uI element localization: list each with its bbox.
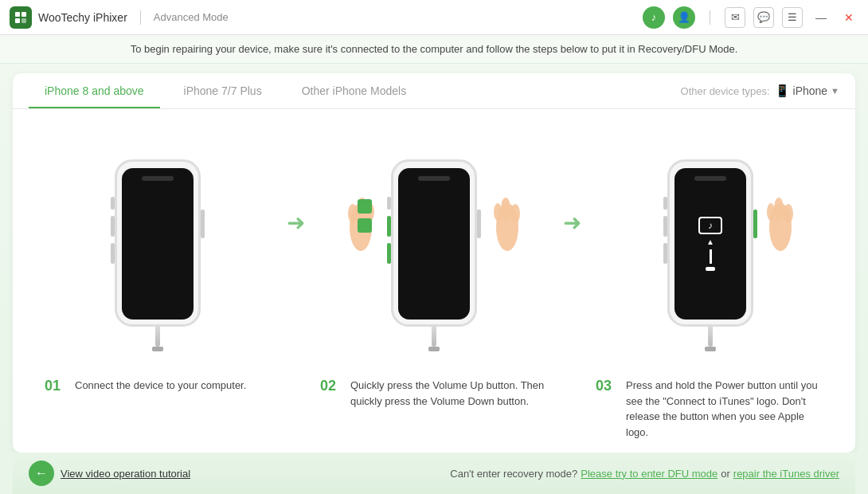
close-btn[interactable]: ✕ xyxy=(839,10,858,25)
steps-area: ➜ xyxy=(13,109,855,368)
music-icon-btn[interactable]: ♪ xyxy=(643,6,665,29)
phone-power-btn xyxy=(201,210,205,238)
tutorial-label: View video operation tutorial xyxy=(61,468,190,480)
step-num-2: 02 xyxy=(320,378,342,394)
svg-rect-1 xyxy=(22,12,26,17)
hand-power-icon xyxy=(764,183,796,255)
notice-bar: To begin repairing your device, make sur… xyxy=(0,35,868,64)
app-logo xyxy=(10,6,32,29)
itunes-icon: ♪ xyxy=(698,217,722,234)
svg-point-9 xyxy=(510,204,520,223)
device-dropdown[interactable]: 📱 iPhone ▼ xyxy=(775,84,839,98)
app-name: WooTechy iPhixer xyxy=(38,11,127,24)
user-icon-btn[interactable]: 👤 xyxy=(673,6,695,29)
title-divider xyxy=(140,10,141,25)
step-text-3: Press and hold the Power button until yo… xyxy=(626,378,823,440)
device-name: iPhone xyxy=(793,84,828,97)
notice-text: To begin repairing your device, make sur… xyxy=(131,43,738,55)
phone-2-wrapper xyxy=(370,151,498,335)
tutorial-btn[interactable]: ← View video operation tutorial xyxy=(29,461,190,486)
mail-btn[interactable]: ✉ xyxy=(725,7,745,28)
phone-3-wrapper: ♪ ▲ xyxy=(647,151,774,335)
phone-cable-2 xyxy=(432,324,436,347)
cant-enter-text: Can't enter recovery mode? xyxy=(450,468,577,480)
menu-btn[interactable]: ☰ xyxy=(782,7,803,28)
tab-other-iphone[interactable]: Other iPhone Models xyxy=(286,73,423,108)
svg-point-5 xyxy=(348,204,358,223)
step-3: ♪ ▲ xyxy=(589,151,831,335)
phone-3-body: ♪ ▲ xyxy=(667,159,753,327)
itunes-link[interactable]: repair the iTunes driver xyxy=(733,468,839,480)
itunes-display: ♪ ▲ xyxy=(674,168,746,320)
step-desc-3: 03 Press and hold the Power button until… xyxy=(588,378,831,440)
main-card: iPhone 8 and above iPhone 7/7 Plus Other… xyxy=(13,73,855,453)
right-divider xyxy=(710,10,710,25)
phone-2-notch xyxy=(418,176,450,181)
phone-2-mute-btn xyxy=(387,197,391,210)
phone-cable-3 xyxy=(708,324,713,347)
chat-btn[interactable]: 💬 xyxy=(753,7,774,28)
minimize-btn[interactable]: — xyxy=(811,10,831,25)
dfu-link[interactable]: Please try to enter DFU mode xyxy=(581,468,717,480)
step-descriptions: 01 Connect the device to your computer. … xyxy=(13,368,855,453)
recovery-note: Can't enter recovery mode? Please try to… xyxy=(450,468,839,480)
other-devices-selector: Other device types: 📱 iPhone ▼ xyxy=(681,77,839,104)
phone-3-screen: ♪ ▲ xyxy=(674,168,746,320)
phone-1-screen xyxy=(122,168,194,320)
phone-1-body xyxy=(115,159,201,327)
phone-3-power-btn xyxy=(753,210,757,238)
svg-point-11 xyxy=(494,203,502,221)
phone-vol-up-btn xyxy=(111,216,115,237)
title-bar-left: WooTechy iPhixer Advanced Mode xyxy=(10,6,229,29)
title-bar-right: ♪ 👤 ✉ 💬 ☰ — ✕ xyxy=(643,6,858,29)
phone-2-power-btn xyxy=(477,210,481,238)
tab-iphone8[interactable]: iPhone 8 and above xyxy=(29,73,160,108)
phone-2-body xyxy=(391,159,477,327)
step-num-1: 01 xyxy=(45,378,67,394)
title-bar: WooTechy iPhixer Advanced Mode ♪ 👤 ✉ 💬 ☰… xyxy=(0,0,868,35)
connect-arrow: ▲ xyxy=(706,237,714,246)
step-text-1: Connect the device to your computer. xyxy=(75,378,246,394)
tab-iphone7[interactable]: iPhone 7/7 Plus xyxy=(168,73,278,108)
other-devices-label: Other device types: xyxy=(681,85,770,97)
svg-point-14 xyxy=(774,198,784,220)
tabs-bar: iPhone 8 and above iPhone 7/7 Plus Other… xyxy=(13,73,855,109)
step-desc-1: 01 Connect the device to your computer. xyxy=(37,378,280,440)
phone-2-vol-down-btn xyxy=(387,243,391,264)
phone-vol-down-btn xyxy=(111,243,115,264)
phone-icon: 📱 xyxy=(775,84,790,98)
phone-3-mute-btn xyxy=(663,197,667,210)
phone-2-vol-up-btn xyxy=(387,216,391,237)
step-num-3: 03 xyxy=(596,378,618,394)
phone-3-notch xyxy=(694,176,726,181)
step-text-2: Quickly press the Volume Up button. Then… xyxy=(350,378,548,409)
step-1 xyxy=(37,151,279,335)
svg-point-15 xyxy=(767,203,775,221)
cable-connector xyxy=(706,267,715,271)
svg-rect-0 xyxy=(15,12,20,17)
arrow-1: ➜ xyxy=(279,210,313,236)
svg-rect-3 xyxy=(22,18,26,23)
chevron-down-icon: ▼ xyxy=(831,86,839,96)
phone-1-wrapper xyxy=(102,151,213,335)
mode-label: Advanced Mode xyxy=(154,11,229,23)
phone-2-screen xyxy=(398,168,470,320)
phone-mute-btn xyxy=(111,197,115,210)
phone-cable-1 xyxy=(155,324,160,347)
phone-notch xyxy=(142,176,174,181)
bottom-bar: ← View video operation tutorial Can't en… xyxy=(13,453,855,494)
vol-up-highlight xyxy=(358,199,372,214)
or-text: or xyxy=(721,468,730,480)
main-content: iPhone 8 and above iPhone 7/7 Plus Other… xyxy=(0,64,868,494)
svg-point-10 xyxy=(501,198,510,220)
phone-3-vol-down-btn xyxy=(663,243,667,264)
svg-point-13 xyxy=(784,204,793,223)
back-icon: ← xyxy=(29,461,54,486)
volume-buttons-highlight xyxy=(358,199,372,233)
hand-right-icon xyxy=(491,183,523,255)
cable-line xyxy=(710,249,712,264)
svg-rect-2 xyxy=(15,18,20,23)
phone-3-vol-up-btn xyxy=(663,216,667,237)
arrow-2: ➜ xyxy=(555,210,589,236)
vol-down-highlight xyxy=(358,218,372,233)
